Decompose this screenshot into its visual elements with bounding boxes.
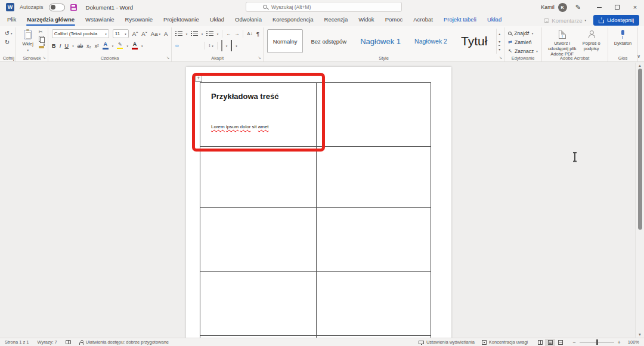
tab-uklad-tabeli[interactable]: Układ xyxy=(485,14,504,26)
read-mode-button[interactable] xyxy=(535,339,545,346)
zoom-level[interactable]: 100% xyxy=(628,339,639,345)
table-cell-r4c2[interactable] xyxy=(317,272,431,336)
align-right-button[interactable] xyxy=(190,45,193,47)
strikethrough-button[interactable]: ab xyxy=(78,43,83,49)
tab-widok[interactable]: Widok xyxy=(356,14,376,26)
style-gallery-down-button[interactable]: ▾ xyxy=(499,38,500,45)
show-formatting-button[interactable]: ¶ xyxy=(256,30,259,37)
tab-acrobat[interactable]: Acrobat xyxy=(411,14,435,26)
vertical-scrollbar[interactable]: ▲ ▼ xyxy=(635,63,644,338)
tab-wstawianie[interactable]: Wstawianie xyxy=(83,14,117,26)
restore-button[interactable] xyxy=(608,0,626,14)
multilevel-list-button[interactable] xyxy=(206,31,213,36)
clear-formatting-button[interactable]: A xyxy=(164,30,168,37)
share-button[interactable]: Udostępnij xyxy=(593,15,639,26)
copy-button[interactable] xyxy=(39,36,44,42)
numbering-button[interactable] xyxy=(191,31,198,36)
align-left-button[interactable] xyxy=(175,45,179,47)
tab-rysowanie[interactable]: Rysowanie xyxy=(123,14,155,26)
cut-button[interactable]: ✂ xyxy=(39,29,44,35)
tab-narzedzia-glowne[interactable]: Narzędzia główne xyxy=(24,14,77,26)
grow-font-button[interactable]: Aˆ xyxy=(132,30,138,37)
display-settings-button[interactable]: Ustawienia wyświetlania xyxy=(419,339,475,345)
page-indicator[interactable]: Strona 1 z 1 xyxy=(5,339,29,345)
scroll-up-button[interactable]: ▲ xyxy=(636,64,644,67)
borders-button[interactable] xyxy=(231,41,232,51)
zoom-slider[interactable] xyxy=(580,342,614,342)
undo-button[interactable]: ↺▾ xyxy=(5,30,12,36)
zoom-out-button[interactable]: − xyxy=(572,339,575,345)
bullets-button[interactable] xyxy=(175,31,182,36)
editor-button[interactable]: ✎ Redaktor xyxy=(642,29,644,47)
autosave-toggle[interactable] xyxy=(49,4,65,11)
tab-korespondencja[interactable]: Korespondencja xyxy=(270,14,316,26)
tab-projekt-tabeli[interactable]: Projekt tabeli xyxy=(441,14,479,26)
print-layout-button[interactable] xyxy=(545,339,555,346)
style-normalny[interactable]: Normalny xyxy=(267,29,304,53)
style-tytul[interactable]: Tytuł xyxy=(455,29,493,53)
align-center-button[interactable] xyxy=(182,45,186,47)
table-cell-r3c2[interactable] xyxy=(317,208,431,272)
replace-button[interactable]: ⇄Zamień xyxy=(508,38,537,46)
save-icon[interactable] xyxy=(70,4,77,11)
web-layout-button[interactable] xyxy=(555,339,565,346)
style-bez-odstepow[interactable]: Bez odstępów xyxy=(305,29,352,53)
paste-button[interactable]: Wklej ▾ xyxy=(20,29,35,53)
tab-plik[interactable]: Plik xyxy=(5,14,18,26)
scroll-down-button[interactable]: ▼ xyxy=(636,333,644,336)
dialog-launcher-icon[interactable]: ↘ xyxy=(258,55,261,60)
superscript-button[interactable]: x² xyxy=(95,43,99,49)
subscript-button[interactable]: x₂ xyxy=(86,43,91,49)
redo-button[interactable]: ↻ xyxy=(5,39,12,45)
search-input[interactable]: Wyszukaj (Alt+M) xyxy=(246,2,402,12)
table-cell-r3c1[interactable] xyxy=(200,208,317,272)
change-case-button[interactable]: Aa▾ xyxy=(151,30,160,37)
tab-projektowanie[interactable]: Projektowanie xyxy=(161,14,202,26)
style-naglowek-2[interactable]: Nagłówek 2 xyxy=(408,29,453,53)
italic-button[interactable]: I xyxy=(60,42,61,49)
table-cell-r2c1[interactable] xyxy=(200,147,317,208)
decrease-indent-button[interactable]: ← xyxy=(226,31,231,36)
style-gallery-more-button[interactable]: ▾ xyxy=(499,45,500,52)
sort-button[interactable]: A↓ xyxy=(247,31,252,36)
tab-odwolania[interactable]: Odwołania xyxy=(233,14,264,26)
tab-pomoc[interactable]: Pomoc xyxy=(383,14,405,26)
format-painter-button[interactable] xyxy=(39,43,44,49)
tab-uklad[interactable]: Układ xyxy=(208,14,227,26)
style-gallery-up-button[interactable]: ▴ xyxy=(499,30,500,37)
dialog-launcher-icon[interactable]: ↘ xyxy=(42,55,46,60)
minimize-button[interactable] xyxy=(590,0,608,14)
style-naglowek-1[interactable]: Nagłówek 1 xyxy=(354,29,407,53)
request-signatures-button[interactable]: Poproś o podpisy xyxy=(579,29,604,52)
proofing-button[interactable] xyxy=(66,340,71,344)
scrollbar-thumb[interactable] xyxy=(638,69,642,230)
shrink-font-button[interactable]: Aˇ xyxy=(141,30,147,37)
select-button[interactable]: ↖Zaznacz▾ xyxy=(508,47,537,55)
tab-recenzja[interactable]: Recenzja xyxy=(322,14,351,26)
font-name-select[interactable]: Calibri (Tekst podsta▾ xyxy=(52,29,109,38)
justify-button[interactable] xyxy=(197,45,200,47)
table-cell-r1c2[interactable] xyxy=(317,83,431,147)
bold-button[interactable]: B xyxy=(52,42,56,49)
line-spacing-button[interactable]: ↕▾ xyxy=(208,43,213,48)
zoom-slider-thumb[interactable] xyxy=(596,339,598,345)
font-color-button[interactable]: A xyxy=(132,42,138,50)
dictate-button[interactable]: Dyktafon xyxy=(612,29,634,47)
accessibility-status[interactable]: Ułatwienia dostępu: dobrze przygotowane xyxy=(79,339,169,345)
text-effects-button[interactable]: A xyxy=(103,42,109,50)
underline-button[interactable]: U xyxy=(64,42,69,49)
table-cell-r2c2[interactable] xyxy=(317,147,431,208)
create-pdf-button[interactable]: Utwórz i udostępnij plik Adobe PDF xyxy=(546,29,579,58)
increase-indent-button[interactable]: → xyxy=(234,31,239,36)
shading-button[interactable] xyxy=(221,41,222,51)
avatar[interactable]: K xyxy=(558,3,567,12)
highlight-button[interactable]: ✎ xyxy=(117,42,123,50)
word-count[interactable]: Wyrazy: 7 xyxy=(37,339,57,345)
dialog-launcher-icon[interactable]: ↘ xyxy=(166,55,169,60)
font-size-select[interactable]: 11▾ xyxy=(113,29,129,38)
focus-button[interactable]: Koncentracja uwagi xyxy=(482,339,528,345)
collapse-ribbon-button[interactable]: ∨ xyxy=(637,54,640,59)
find-button[interactable]: Znajdź▾ xyxy=(508,29,537,37)
zoom-in-button[interactable]: + xyxy=(618,339,621,345)
comments-button[interactable]: Komentarze ▾ xyxy=(544,17,586,24)
